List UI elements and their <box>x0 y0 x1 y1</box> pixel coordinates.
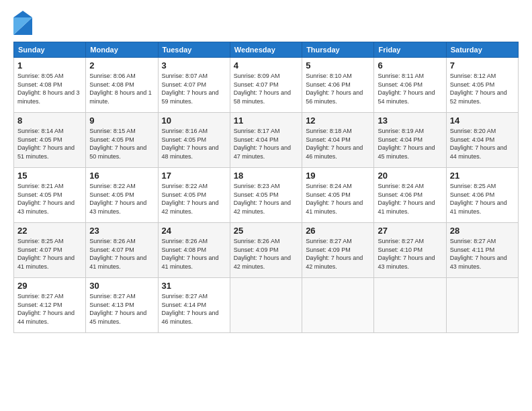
sunset: Sunset: 4:05 PM <box>306 191 351 198</box>
day-info: Sunrise: 8:25 AM Sunset: 4:07 PM Dayligh… <box>17 237 82 271</box>
sunset: Sunset: 4:08 PM <box>17 81 62 88</box>
calendar-cell: 2 Sunrise: 8:06 AM Sunset: 4:08 PM Dayli… <box>86 58 158 113</box>
calendar-week-row: 15 Sunrise: 8:21 AM Sunset: 4:05 PM Dayl… <box>14 168 519 223</box>
day-number: 21 <box>450 171 515 181</box>
day-info: Sunrise: 8:22 AM Sunset: 4:05 PM Dayligh… <box>89 182 154 216</box>
day-number: 11 <box>234 116 298 126</box>
day-info: Sunrise: 8:11 AM Sunset: 4:06 PM Dayligh… <box>378 72 442 105</box>
calendar-cell: 4 Sunrise: 8:09 AM Sunset: 4:07 PM Dayli… <box>230 58 302 113</box>
calendar-cell: 21 Sunrise: 8:25 AM Sunset: 4:06 PM Dayl… <box>446 168 518 223</box>
day-info: Sunrise: 8:07 AM Sunset: 4:07 PM Dayligh… <box>162 72 226 105</box>
day-number: 5 <box>306 60 370 71</box>
calendar-cell <box>302 278 374 333</box>
sunset: Sunset: 4:07 PM <box>162 81 207 88</box>
day-info: Sunrise: 8:15 AM Sunset: 4:05 PM Dayligh… <box>89 127 154 161</box>
daylight: Daylight: 7 hours and 42 minutes. <box>234 199 291 215</box>
sunrise: Sunrise: 8:21 AM <box>17 183 64 189</box>
sunset: Sunset: 4:11 PM <box>450 246 495 253</box>
calendar-cell: 27 Sunrise: 8:27 AM Sunset: 4:10 PM Dayl… <box>374 223 446 278</box>
sunrise: Sunrise: 8:26 AM <box>162 238 208 244</box>
sunrise: Sunrise: 8:27 AM <box>89 293 136 300</box>
day-info: Sunrise: 8:27 AM Sunset: 4:14 PM Dayligh… <box>162 292 226 326</box>
day-number: 25 <box>234 226 298 236</box>
daylight: Daylight: 8 hours and 3 minutes. <box>17 89 80 105</box>
daylight: Daylight: 7 hours and 41 minutes. <box>17 255 75 270</box>
sunrise: Sunrise: 8:24 AM <box>378 183 424 189</box>
daylight: Daylight: 7 hours and 47 minutes. <box>234 144 291 160</box>
sunset: Sunset: 4:04 PM <box>378 136 423 143</box>
day-number: 31 <box>162 281 226 291</box>
day-info: Sunrise: 8:25 AM Sunset: 4:06 PM Dayligh… <box>450 182 515 216</box>
day-info: Sunrise: 8:27 AM Sunset: 4:11 PM Dayligh… <box>450 237 515 271</box>
calendar-cell: 9 Sunrise: 8:15 AM Sunset: 4:05 PM Dayli… <box>86 113 158 168</box>
sunrise: Sunrise: 8:22 AM <box>89 183 136 189</box>
calendar-header-cell: Monday <box>86 42 158 58</box>
sunset: Sunset: 4:05 PM <box>450 81 495 88</box>
day-info: Sunrise: 8:18 AM Sunset: 4:04 PM Dayligh… <box>306 127 370 161</box>
day-number: 30 <box>89 281 154 291</box>
calendar-cell: 11 Sunrise: 8:17 AM Sunset: 4:04 PM Dayl… <box>230 113 302 168</box>
day-number: 16 <box>89 171 154 181</box>
day-number: 29 <box>17 281 82 291</box>
calendar-cell: 26 Sunrise: 8:27 AM Sunset: 4:09 PM Dayl… <box>302 223 374 278</box>
day-info: Sunrise: 8:10 AM Sunset: 4:06 PM Dayligh… <box>306 72 370 105</box>
calendar-cell: 12 Sunrise: 8:18 AM Sunset: 4:04 PM Dayl… <box>302 113 374 168</box>
sunset: Sunset: 4:06 PM <box>306 81 351 88</box>
calendar-cell: 6 Sunrise: 8:11 AM Sunset: 4:06 PM Dayli… <box>374 58 446 113</box>
sunset: Sunset: 4:07 PM <box>89 246 134 253</box>
daylight: Daylight: 7 hours and 42 minutes. <box>234 255 291 270</box>
sunset: Sunset: 4:12 PM <box>17 302 62 308</box>
calendar-cell: 5 Sunrise: 8:10 AM Sunset: 4:06 PM Dayli… <box>302 58 374 113</box>
day-info: Sunrise: 8:27 AM Sunset: 4:09 PM Dayligh… <box>306 237 370 271</box>
calendar-cell: 7 Sunrise: 8:12 AM Sunset: 4:05 PM Dayli… <box>446 58 518 113</box>
calendar-cell <box>230 278 302 333</box>
day-number: 26 <box>306 226 370 236</box>
sunrise: Sunrise: 8:15 AM <box>89 128 136 134</box>
daylight: Daylight: 7 hours and 58 minutes. <box>234 89 291 105</box>
calendar-header-row: SundayMondayTuesdayWednesdayThursdayFrid… <box>14 42 519 58</box>
daylight: Daylight: 7 hours and 41 minutes. <box>450 199 507 215</box>
sunrise: Sunrise: 8:14 AM <box>17 128 64 134</box>
sunset: Sunset: 4:04 PM <box>234 136 279 143</box>
daylight: Daylight: 7 hours and 46 minutes. <box>162 310 219 325</box>
sunrise: Sunrise: 8:22 AM <box>162 183 208 189</box>
daylight: Daylight: 7 hours and 48 minutes. <box>162 144 219 160</box>
calendar-cell: 31 Sunrise: 8:27 AM Sunset: 4:14 PM Dayl… <box>158 278 230 333</box>
day-number: 2 <box>89 60 154 71</box>
daylight: Daylight: 7 hours and 59 minutes. <box>162 89 219 105</box>
day-info: Sunrise: 8:24 AM Sunset: 4:06 PM Dayligh… <box>378 182 442 216</box>
sunset: Sunset: 4:05 PM <box>162 136 207 143</box>
daylight: Daylight: 7 hours and 43 minutes. <box>450 255 507 270</box>
sunset: Sunset: 4:08 PM <box>162 246 207 253</box>
day-info: Sunrise: 8:24 AM Sunset: 4:05 PM Dayligh… <box>306 182 370 216</box>
day-number: 20 <box>378 171 442 181</box>
day-number: 12 <box>306 116 370 126</box>
day-info: Sunrise: 8:27 AM Sunset: 4:10 PM Dayligh… <box>378 237 442 271</box>
daylight: Daylight: 7 hours and 43 minutes. <box>89 199 146 215</box>
sunset: Sunset: 4:06 PM <box>378 191 423 198</box>
sunrise: Sunrise: 8:23 AM <box>234 183 280 189</box>
daylight: Daylight: 8 hours and 1 minute. <box>89 89 152 105</box>
day-number: 3 <box>162 60 226 71</box>
calendar-header-cell: Wednesday <box>230 42 302 58</box>
sunrise: Sunrise: 8:24 AM <box>306 183 352 189</box>
calendar-cell: 18 Sunrise: 8:23 AM Sunset: 4:05 PM Dayl… <box>230 168 302 223</box>
day-number: 7 <box>450 60 515 71</box>
daylight: Daylight: 7 hours and 41 minutes. <box>162 255 219 270</box>
sunrise: Sunrise: 8:11 AM <box>378 73 424 79</box>
day-info: Sunrise: 8:17 AM Sunset: 4:04 PM Dayligh… <box>234 127 298 161</box>
calendar-body: 1 Sunrise: 8:05 AM Sunset: 4:08 PM Dayli… <box>14 58 519 333</box>
daylight: Daylight: 7 hours and 41 minutes. <box>306 199 363 215</box>
sunrise: Sunrise: 8:17 AM <box>234 128 280 134</box>
daylight: Daylight: 7 hours and 43 minutes. <box>17 199 75 215</box>
day-number: 8 <box>17 116 82 126</box>
calendar-cell: 13 Sunrise: 8:19 AM Sunset: 4:04 PM Dayl… <box>374 113 446 168</box>
daylight: Daylight: 7 hours and 41 minutes. <box>378 199 435 215</box>
day-number: 4 <box>234 60 298 71</box>
svg-marker-2 <box>13 11 32 17</box>
day-number: 17 <box>162 171 226 181</box>
day-number: 27 <box>378 226 442 236</box>
calendar-header-cell: Tuesday <box>158 42 230 58</box>
daylight: Daylight: 7 hours and 43 minutes. <box>378 255 435 270</box>
sunrise: Sunrise: 8:10 AM <box>306 73 352 79</box>
